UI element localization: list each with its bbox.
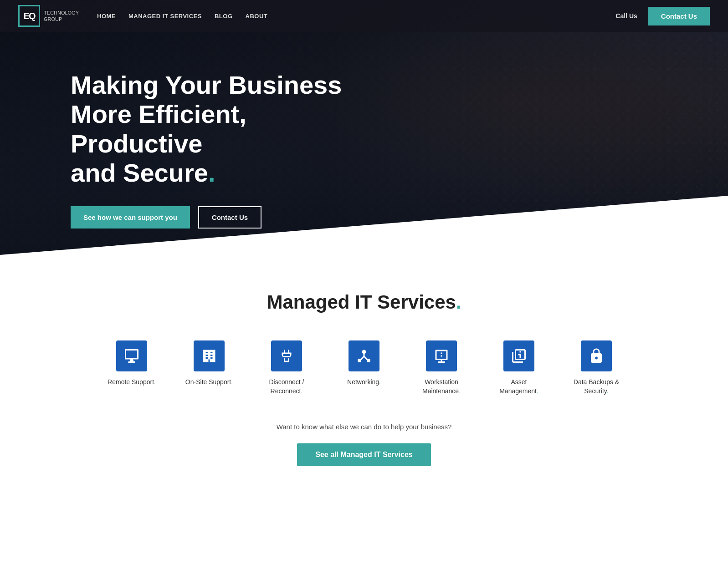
logo-icon: EQ	[18, 5, 40, 27]
service-disconnect: Disconnect /Reconnect.	[261, 340, 312, 396]
services-section: Managed IT Services. Remote Support. On-…	[0, 255, 728, 493]
workstation-label: WorkstationMaintenance.	[422, 378, 461, 396]
nav-link-managed[interactable]: MANAGED IT SERVICES	[128, 13, 202, 20]
disconnect-icon-box	[271, 340, 302, 371]
security-icon-box	[581, 340, 612, 371]
nav-link-about[interactable]: ABOUT	[246, 13, 268, 20]
hero-buttons: See how we can support you Contact Us	[71, 206, 728, 229]
onsite-support-label: On-Site Support.	[185, 378, 233, 387]
contact-us-hero-button[interactable]: Contact Us	[198, 206, 261, 229]
nav-link-blog[interactable]: BLOG	[215, 13, 233, 20]
services-subtext: Want to know what else we can do to help…	[18, 423, 710, 431]
asset-label: AssetManagement.	[499, 378, 538, 396]
services-title-dot: .	[456, 291, 461, 313]
service-remote-support: Remote Support.	[107, 340, 157, 396]
monitor-icon	[123, 348, 140, 364]
lock-icon	[588, 348, 605, 364]
service-onsite-support: On-Site Support.	[184, 340, 234, 396]
nav-right: Call Us Contact Us	[615, 7, 710, 25]
services-title: Managed IT Services.	[18, 291, 710, 313]
security-label: Data Backups &Security.	[574, 378, 619, 396]
network-icon	[356, 348, 372, 364]
service-networking: Networking.	[339, 340, 389, 396]
networking-icon-box	[349, 340, 379, 371]
contact-us-nav-button[interactable]: Contact Us	[648, 7, 710, 25]
disconnect-label: Disconnect /Reconnect.	[269, 378, 304, 396]
building-icon	[201, 348, 217, 364]
hero-content: Making Your Business More Efficient, Pro…	[0, 0, 728, 229]
plug-icon	[278, 348, 295, 364]
hero-title-dot: .	[208, 158, 215, 187]
nav-link-home[interactable]: HOME	[97, 13, 116, 20]
onsite-support-icon-box	[194, 340, 225, 371]
hero-section: Making Your Business More Efficient, Pro…	[0, 0, 728, 255]
workstation-icon-box	[426, 340, 457, 371]
networking-label: Networking.	[347, 378, 381, 387]
asset-icon-box	[503, 340, 534, 371]
navigation: EQ Technology Group HOME MANAGED IT SERV…	[0, 0, 728, 32]
asset-icon	[511, 348, 527, 364]
service-workstation: WorkstationMaintenance.	[416, 340, 467, 396]
workstation-icon	[433, 348, 450, 364]
service-security: Data Backups &Security.	[571, 340, 621, 396]
logo-text: Technology Group	[44, 10, 79, 23]
see-all-button[interactable]: See all Managed IT Services	[297, 443, 431, 466]
hero-title: Making Your Business More Efficient, Pro…	[71, 71, 362, 188]
logo[interactable]: EQ Technology Group	[18, 5, 79, 27]
nav-links: HOME MANAGED IT SERVICES BLOG ABOUT	[97, 12, 615, 20]
call-us-label: Call Us	[615, 12, 637, 20]
remote-support-label: Remote Support.	[108, 378, 156, 387]
services-grid: Remote Support. On-Site Support. Disconn…	[18, 340, 710, 396]
service-asset: AssetManagement.	[494, 340, 544, 396]
see-support-button[interactable]: See how we can support you	[71, 206, 190, 229]
remote-support-icon-box	[116, 340, 147, 371]
